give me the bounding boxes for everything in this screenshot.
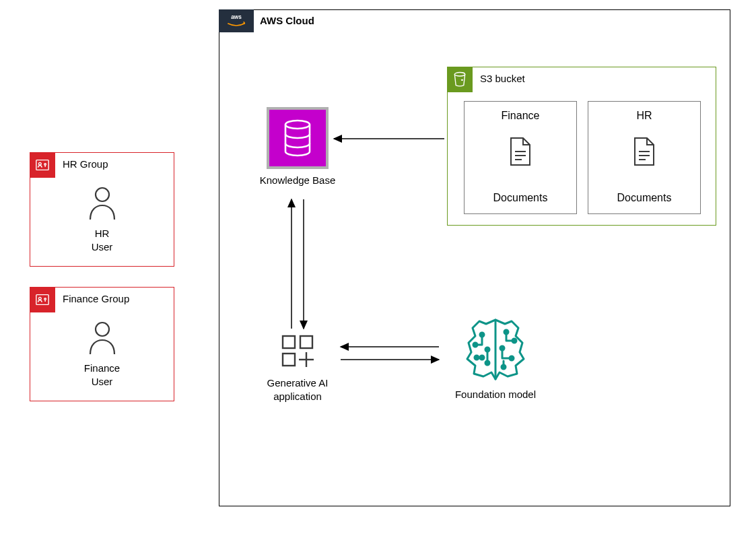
svg-point-10 bbox=[461, 79, 463, 81]
finance-documents-box: Finance Documents bbox=[464, 101, 577, 214]
svg-point-2 bbox=[44, 164, 46, 166]
svg-point-5 bbox=[39, 297, 42, 300]
database-icon bbox=[267, 107, 329, 169]
svg-point-1 bbox=[39, 162, 42, 165]
aws-cloud-box: aws AWS Cloud S3 bucket Finance bbox=[219, 9, 730, 506]
app-grid-icon bbox=[279, 360, 316, 372]
s3-bucket-title: S3 bucket bbox=[480, 73, 525, 84]
document-icon bbox=[508, 137, 532, 169]
svg-point-3 bbox=[96, 188, 109, 201]
genai-app-box: Generative AI application bbox=[250, 332, 345, 403]
svg-rect-0 bbox=[36, 160, 48, 170]
genai-app-label: Generative AI application bbox=[250, 376, 345, 403]
aws-cloud-title: AWS Cloud bbox=[260, 15, 314, 26]
svg-point-7 bbox=[96, 323, 109, 336]
finance-doc-title: Finance bbox=[465, 110, 576, 122]
svg-text:aws: aws bbox=[231, 14, 242, 20]
knowledge-base-box: Knowledge Base bbox=[250, 107, 345, 186]
knowledge-base-label: Knowledge Base bbox=[250, 174, 345, 186]
foundation-model-label: Foundation model bbox=[442, 389, 549, 400]
document-icon bbox=[632, 137, 656, 169]
finance-group-box: Finance Group Finance User bbox=[30, 287, 174, 401]
finance-user-label: Finance User bbox=[55, 362, 149, 388]
svg-point-27 bbox=[485, 361, 489, 365]
brain-chip-icon bbox=[462, 374, 529, 385]
iam-icon bbox=[30, 287, 55, 312]
aws-logo-icon: aws bbox=[219, 9, 254, 32]
hr-group-box: HR Group HR User bbox=[30, 152, 174, 267]
svg-rect-18 bbox=[283, 336, 295, 348]
foundation-model-box: Foundation model bbox=[442, 316, 549, 400]
hr-group-title: HR Group bbox=[63, 158, 108, 170]
svg-point-9 bbox=[454, 73, 465, 76]
svg-point-6 bbox=[44, 298, 46, 300]
finance-doc-label: Documents bbox=[465, 192, 576, 204]
svg-point-25 bbox=[473, 343, 477, 347]
hr-documents-box: HR Documents bbox=[588, 101, 701, 214]
hr-user-label: HR User bbox=[55, 227, 149, 253]
s3-bucket-box: S3 bucket Finance Documents HR bbox=[447, 67, 716, 226]
svg-point-33 bbox=[510, 356, 514, 360]
svg-point-31 bbox=[512, 339, 516, 343]
svg-point-28 bbox=[475, 356, 479, 360]
hr-doc-title: HR bbox=[588, 110, 700, 122]
svg-point-17 bbox=[285, 121, 310, 129]
iam-icon bbox=[30, 152, 55, 178]
svg-point-29 bbox=[480, 356, 484, 360]
s3-bucket-icon bbox=[447, 67, 473, 92]
user-icon bbox=[87, 345, 118, 357]
finance-group-title: Finance Group bbox=[63, 293, 129, 304]
user-icon bbox=[87, 211, 118, 222]
hr-doc-label: Documents bbox=[588, 192, 700, 204]
svg-rect-20 bbox=[283, 354, 295, 366]
svg-rect-19 bbox=[300, 336, 312, 348]
svg-rect-4 bbox=[36, 295, 48, 305]
